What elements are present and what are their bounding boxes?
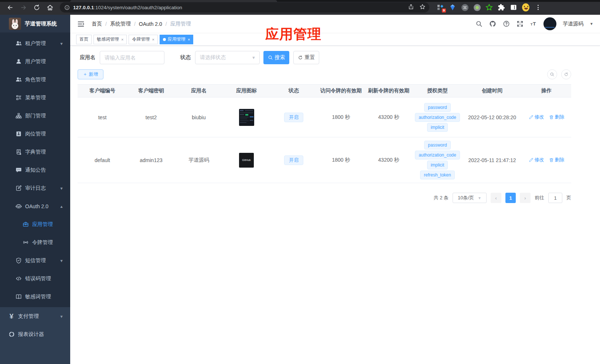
extension-record-icon[interactable] [473,4,481,11]
search-button[interactable]: 搜索 [263,51,289,64]
browser-back-button[interactable] [5,3,15,12]
browser-menu-icon[interactable] [534,4,542,11]
sidebar-item-label: OAuth 2.0 [25,203,48,209]
tab-home[interactable]: 首页 [76,35,92,44]
browser-reload-button[interactable] [32,3,41,12]
col-status: 状态 [270,85,317,97]
sidebar-item-label: 岗位管理 [25,131,46,137]
sidebar-item-report-designer[interactable]: 报表设计器 [0,325,70,343]
yen-icon: ¥ [8,313,15,320]
edit-link[interactable]: 修改 [529,114,544,120]
dictionary-book-icon [15,149,22,155]
extension-grid-icon[interactable]: 9 [437,4,444,11]
app-name-input[interactable] [100,51,164,64]
status-label: 状态 [180,54,191,61]
browser-forward-button[interactable] [18,3,28,12]
grant-type-tag: implicit [427,161,448,169]
sidebar-item-oauth-application[interactable]: 应用管理 [0,215,70,233]
sidebar-item-menu[interactable]: 菜单管理 [0,89,70,107]
github-icon[interactable] [489,20,496,28]
next-page-button[interactable]: › [520,193,531,203]
sidebar-item-oauth-token[interactable]: 令牌管理 [0,233,70,251]
plus-icon: ＋ [83,71,88,78]
tree-list-icon [15,95,22,101]
sidebar-item-label: 角色管理 [25,76,46,83]
tab-close-icon[interactable]: × [188,37,190,42]
sidebar-item-label: 敏感词管理 [25,293,51,300]
user-name[interactable]: 芋道源码 [563,21,583,27]
page-number-1[interactable]: 1 [505,193,516,203]
app-icon-dashboard-thumbnail [239,109,254,126]
logo-rabbit-image [9,18,21,30]
sidebar-item-label: 部门管理 [25,113,46,119]
sidebar-item-label: 菜单管理 [25,95,46,101]
sidebar-item-post[interactable]: 岗位管理 [0,125,70,143]
sidebar-section-secondary: ¥ 支付管理▼ 报表设计器 [0,307,70,364]
search-icon[interactable] [475,20,483,28]
page-info-icon[interactable] [64,5,70,10]
sidebar-item-pay[interactable]: ¥ 支付管理▼ [0,307,70,325]
tab-close-icon[interactable]: × [152,37,154,42]
tab-sensitive-word[interactable]: 敏感词管理× [93,35,127,44]
font-size-icon[interactable]: TT [530,20,537,28]
toggle-search-button[interactable] [547,69,557,79]
sidebar-item-tenant[interactable]: 租户管理▼ [0,34,70,52]
extension-sidepanel-icon[interactable] [510,4,517,11]
breadcrumb-oauth[interactable]: OAuth 2.0 [139,21,162,27]
cell-grant-types: password authorization_code implicit [412,97,463,137]
fullscreen-icon[interactable] [516,20,524,28]
breadcrumb-system[interactable]: 系统管理 [110,21,131,27]
sidebar-item-sms[interactable]: 短信管理▼ [0,251,70,269]
delete-link[interactable]: 删除 [549,157,565,163]
shield-check-icon [15,257,22,264]
sidebar-item-dept[interactable]: 部门管理 [0,107,70,125]
tab-token[interactable]: 令牌管理× [129,35,157,44]
sidebar-fold-icon[interactable] [77,20,85,28]
user-menu-caret-icon[interactable]: ▼ [590,22,593,26]
app-name-label: 应用名 [80,54,95,61]
page-size-select[interactable]: 10条/页▼ [453,193,487,203]
edit-link[interactable]: 修改 [529,157,544,163]
delete-link[interactable]: 删除 [549,114,565,120]
col-client-id: 客户端编号 [78,85,127,97]
sidebar-item-notice[interactable]: 通知公告 [0,161,70,179]
app-logo[interactable]: 芋道管理系统 [0,15,70,32]
extension-puzzle-icon[interactable] [498,4,505,11]
svg-text:T: T [530,22,532,26]
search-icon [268,55,273,60]
bookmark-star-icon[interactable] [419,4,426,11]
sidebar-item-audit-log[interactable]: 审计日志▼ [0,179,70,197]
tab-close-icon[interactable]: × [121,37,123,42]
extension-badge: 9 [442,8,446,13]
sidebar-item-oauth[interactable]: OAuth 2.0▲ [0,197,70,215]
extension-star-icon[interactable] [485,4,493,11]
sidebar-item-dict[interactable]: 字典管理 [0,143,70,161]
status-select[interactable]: 请选择状态 ▼ [195,51,260,64]
browser-profile-avatar[interactable] [522,4,529,11]
pencil-icon [529,115,533,120]
sidebar-item-user[interactable]: 用户管理 [0,52,70,71]
extension-command-icon[interactable] [461,4,468,11]
browser-home-button[interactable] [45,3,55,12]
help-icon[interactable] [502,20,510,28]
goto-page-input[interactable] [548,193,562,203]
add-button[interactable]: ＋新增 [78,69,103,79]
sidebar-item-error-code[interactable]: 错误码管理 [0,269,70,288]
col-app-name: 应用名 [175,85,222,97]
prev-page-button[interactable]: ‹ [491,193,501,203]
share-icon[interactable] [408,4,414,11]
address-bar[interactable]: 127.0.0.1:1024/system/oauth2/oauth2/appl… [60,2,429,13]
breadcrumb-home[interactable]: 首页 [92,21,102,27]
sidebar-item-label: 租户管理 [25,40,46,47]
sidebar-item-role[interactable]: 角色管理 [0,71,70,89]
svg-text:T: T [533,21,536,27]
tab-application[interactable]: 应用管理× [160,35,193,44]
sidebar-item-sensitive-word[interactable]: 敏感词管理 [0,288,70,306]
cell-app-icon: GitHub [222,137,270,183]
user-avatar[interactable] [543,17,556,30]
reset-button[interactable]: 重置 [293,51,319,64]
table-row: default admin123 芋道源码 GitHub 开启 1800 秒 4… [78,137,571,183]
segmented-circle-icon [8,331,15,338]
extension-gem-icon[interactable] [449,4,456,11]
refresh-table-button[interactable] [561,69,571,79]
